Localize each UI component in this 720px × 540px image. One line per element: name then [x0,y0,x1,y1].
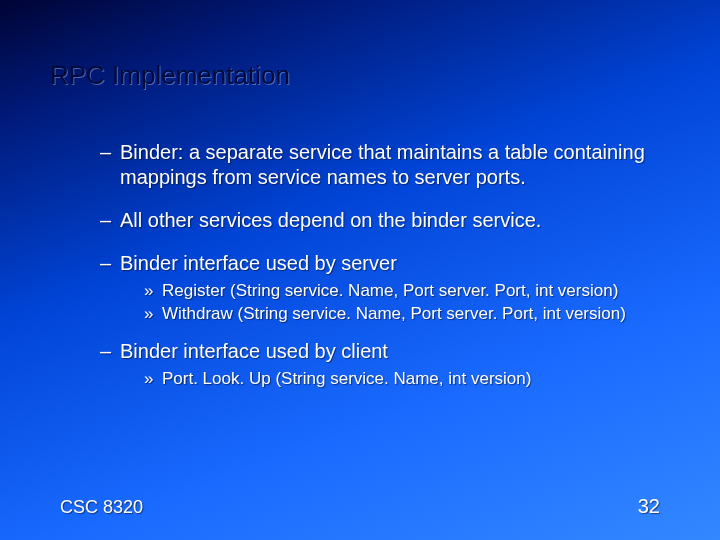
footer-page-number: 32 [638,495,660,518]
bullet-text: Binder interface used by server [120,252,397,274]
bullet-text: Binder: a separate service that maintain… [120,141,645,188]
slide: RPC Implementation Binder: a separate se… [0,0,720,540]
bullet-item: All other services depend on the binder … [100,208,670,233]
slide-content: Binder: a separate service that maintain… [100,140,670,391]
sub-bullet-item: Withdraw (String service. Name, Port ser… [144,303,670,324]
bullet-item: Binder interface used by server [100,251,670,276]
slide-title: RPC Implementation [50,60,290,91]
footer-course: CSC 8320 [60,497,143,518]
sub-bullet-text: Withdraw (String service. Name, Port ser… [162,304,626,323]
bullet-item: Binder: a separate service that maintain… [100,140,670,190]
sub-bullet-text: Register (String service. Name, Port ser… [162,281,618,300]
bullet-text: All other services depend on the binder … [120,209,541,231]
sub-bullet-item: Register (String service. Name, Port ser… [144,280,670,301]
bullet-item: Binder interface used by client [100,339,670,364]
sub-bullet-text: Port. Look. Up (String service. Name, in… [162,369,531,388]
sub-bullet-item: Port. Look. Up (String service. Name, in… [144,368,670,389]
bullet-text: Binder interface used by client [120,340,388,362]
